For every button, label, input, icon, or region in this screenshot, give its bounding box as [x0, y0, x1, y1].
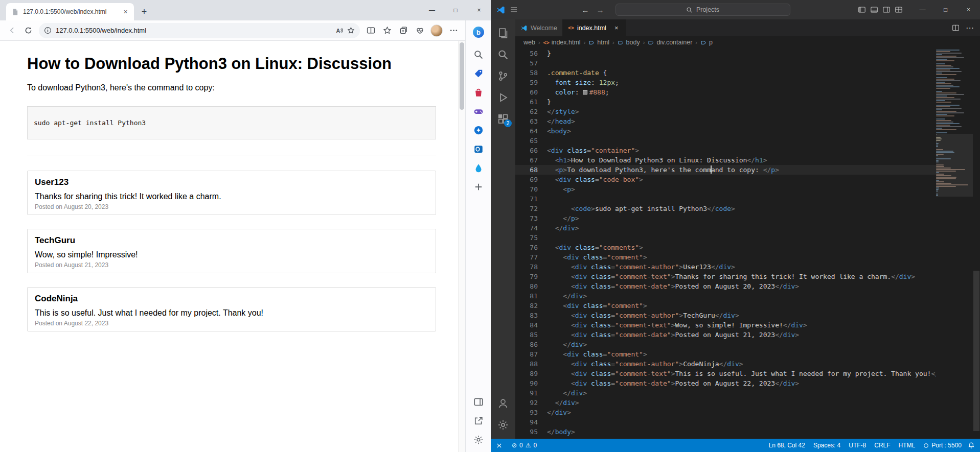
code-line[interactable]: 72 <code>sudo apt-get install Python3</c… [515, 204, 936, 213]
eol-sequence[interactable]: CRLF [870, 439, 894, 452]
games-icon[interactable] [470, 103, 487, 120]
account-icon[interactable] [491, 393, 515, 414]
encoding[interactable]: UTF-8 [845, 439, 870, 452]
breadcrumb-item-web[interactable]: web [523, 39, 535, 46]
shopping-icon[interactable] [470, 65, 487, 82]
editor-lines[interactable]: 56}5758.comment-date {59 font-size: 12px… [515, 49, 936, 439]
code-line[interactable]: 70 <p> [515, 184, 936, 194]
code-line[interactable]: 68 <p>To download Python3, here's the co… [515, 165, 936, 175]
search-icon[interactable] [470, 46, 487, 63]
code-line[interactable]: 78 <div class="comment-author">User123</… [515, 262, 936, 272]
favorite-star-icon[interactable] [347, 27, 355, 34]
tab-close-icon[interactable]: × [121, 8, 130, 16]
toggle-sidebar-icon[interactable] [858, 6, 866, 14]
code-line[interactable]: 87 <div class="comment"> [515, 349, 936, 359]
outlook-icon[interactable] [470, 141, 487, 157]
minimap[interactable] [936, 50, 973, 439]
code-line[interactable]: 58.comment-date { [515, 68, 936, 78]
microsoft365-icon[interactable] [470, 122, 487, 138]
site-info-icon[interactable] [44, 27, 52, 34]
maximize-button[interactable]: □ [444, 0, 467, 20]
collections-icon[interactable] [396, 23, 411, 38]
code-line[interactable]: 73 </p> [515, 213, 936, 223]
code-line[interactable]: 94 [515, 417, 936, 427]
address-url[interactable]: 127.0.0.1:5500/web/index.html [56, 27, 331, 34]
settings-gear-icon[interactable] [491, 414, 515, 436]
live-server-port[interactable]: Port : 5500 [919, 439, 966, 452]
code-line[interactable]: 79 <div class="comment-text">Thanks for … [515, 272, 936, 281]
code-line[interactable]: 96</html> [515, 437, 936, 439]
problems-indicator[interactable]: ⊘ 0 ⚠ 0 [508, 439, 541, 452]
tab-index-html[interactable]: <> index.html × [563, 19, 626, 36]
browser-tab[interactable]: 127.0.0.1:5500/web/index.html × [6, 3, 134, 20]
copilot-icon[interactable]: b [470, 24, 487, 40]
notifications-bell-icon[interactable] [966, 439, 980, 452]
drop-icon[interactable] [470, 160, 487, 176]
code-line[interactable]: 84 <div class="comment-text">Wow, so sim… [515, 320, 936, 330]
code-line[interactable]: 80 <div class="comment-date">Posted on A… [515, 281, 936, 291]
breadcrumb-item-p[interactable]: p [700, 39, 713, 46]
editor-scrollbar-thumb[interactable] [973, 271, 979, 431]
shopping-bag-icon[interactable] [470, 84, 487, 101]
code-line[interactable]: 90 <div class="comment-date">Posted on A… [515, 378, 936, 388]
code-line[interactable]: 69 <div class="code-box"> [515, 175, 936, 184]
more-icon[interactable] [446, 23, 461, 38]
code-line[interactable]: 95</body> [515, 427, 936, 437]
new-tab-button[interactable]: + [137, 5, 151, 19]
breadcrumb-item-html[interactable]: html [588, 39, 609, 46]
toggle-panel-icon[interactable] [870, 6, 878, 14]
scrollbar-thumb[interactable] [460, 42, 464, 110]
code-line[interactable]: 91 </div> [515, 388, 936, 398]
code-line[interactable]: 85 <div class="comment-date">Posted on A… [515, 330, 936, 340]
code-line[interactable]: 88 <div class="comment-author">CodeNinja… [515, 359, 936, 369]
code-line[interactable]: 61} [515, 97, 936, 107]
code-line[interactable]: 67 <h1>How to Download Python3 on Linux:… [515, 155, 936, 165]
code-editor[interactable]: 56}5758.comment-date {59 font-size: 12px… [515, 49, 980, 439]
minimize-button[interactable]: — [911, 0, 934, 19]
code-line[interactable]: 56} [515, 49, 936, 58]
code-line[interactable]: 64<body> [515, 126, 936, 136]
code-line[interactable]: 63</head> [515, 116, 936, 126]
command-center[interactable]: Projects [616, 4, 790, 16]
extensions-icon[interactable]: 2 [491, 108, 515, 130]
read-aloud-icon[interactable]: A [335, 27, 343, 34]
tab-close-icon[interactable]: × [612, 24, 621, 32]
breadcrumb-item-div-container[interactable]: div.container [648, 39, 692, 46]
code-line[interactable]: 83 <div class="comment-author">TechGuru<… [515, 311, 936, 320]
address-bar[interactable]: 127.0.0.1:5500/web/index.html A [39, 23, 360, 38]
menu-hamburger-icon[interactable] [510, 6, 518, 14]
minimize-button[interactable]: — [420, 0, 444, 20]
code-line[interactable]: 66<div class="container"> [515, 146, 936, 155]
code-line[interactable]: 74 </div> [515, 223, 936, 233]
code-line[interactable]: 89 <div class="comment-text">This is so … [515, 369, 936, 378]
code-line[interactable]: 65 [515, 136, 936, 146]
page-scrollbar[interactable] [458, 41, 465, 452]
run-debug-icon[interactable] [491, 87, 515, 108]
editor-scrollbar[interactable] [973, 49, 980, 439]
code-line[interactable]: 71 [515, 194, 936, 204]
code-line[interactable]: 86 </div> [515, 340, 936, 349]
indentation[interactable]: Spaces: 4 [809, 439, 845, 452]
breadcrumb-item-body[interactable]: body [618, 39, 640, 46]
close-button[interactable]: × [467, 0, 491, 20]
toggle-secondary-sidebar-icon[interactable] [882, 6, 891, 14]
minimap-slider[interactable] [936, 134, 973, 197]
add-icon[interactable] [470, 179, 487, 195]
language-mode[interactable]: HTML [895, 439, 920, 452]
editor-more-actions-icon[interactable]: ⋯ [966, 23, 974, 33]
maximize-button[interactable]: □ [934, 0, 957, 19]
code-line[interactable]: 60 color: #888; [515, 87, 936, 97]
go-back-icon[interactable]: ← [582, 6, 589, 14]
settings-gear-icon[interactable] [470, 432, 487, 448]
code-line[interactable]: 57 [515, 58, 936, 68]
tab-welcome[interactable]: Welcome [515, 19, 563, 36]
profile-avatar[interactable] [430, 25, 443, 37]
split-editor-icon[interactable] [952, 24, 960, 32]
customize-layout-icon[interactable] [895, 6, 903, 14]
cursor-position[interactable]: Ln 68, Col 42 [765, 439, 809, 452]
code-line[interactable]: 81 </div> [515, 291, 936, 301]
code-line[interactable]: 75 [515, 233, 936, 243]
code-line[interactable]: 77 <div class="comment"> [515, 252, 936, 262]
breadcrumb-item-index-html[interactable]: <>index.html [543, 39, 581, 46]
back-icon[interactable] [4, 23, 19, 38]
